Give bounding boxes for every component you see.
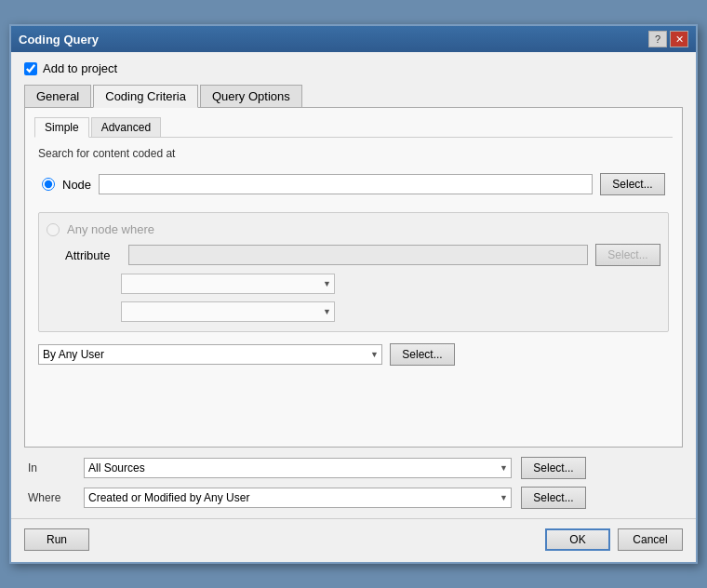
help-button[interactable]: ? xyxy=(648,31,667,47)
simple-tab-content: Search for content coded at Node Select.… xyxy=(34,147,673,437)
dropdown-select-2[interactable] xyxy=(121,301,335,322)
title-bar-buttons: ? ✕ xyxy=(648,31,688,47)
node-input[interactable] xyxy=(99,174,593,194)
attribute-label: Attribute xyxy=(65,248,121,262)
run-button[interactable]: Run xyxy=(24,528,89,551)
node-radio-row: Node Select... xyxy=(34,169,673,199)
cancel-button[interactable]: Cancel xyxy=(618,528,683,551)
attribute-row: Attribute Select... xyxy=(65,244,660,266)
inner-tabs: Simple Advanced xyxy=(34,117,673,138)
add-to-project-label: Add to project xyxy=(43,61,117,75)
dropdown-select-1[interactable] xyxy=(121,274,335,294)
any-node-radio[interactable] xyxy=(47,223,60,236)
add-to-project-row: Add to project xyxy=(24,61,683,75)
tab-coding-criteria[interactable]: Coding Criteria xyxy=(93,85,198,108)
dropdown-row-1 xyxy=(121,274,660,294)
coding-query-dialog: Coding Query ? ✕ Add to project General … xyxy=(9,24,698,564)
where-dropdown-wrapper: Created or Modified by Any User xyxy=(84,488,512,508)
bottom-section: In All Sources Select... Where Created o… xyxy=(24,457,683,509)
ok-button[interactable]: OK xyxy=(545,528,610,551)
outer-tabs: General Coding Criteria Query Options xyxy=(24,85,683,108)
footer-buttons: Run OK Cancel xyxy=(11,518,696,562)
attribute-select-button[interactable]: Select... xyxy=(595,244,660,266)
by-any-user-select[interactable]: By Any User xyxy=(38,344,382,365)
inner-content-panel: Simple Advanced Search for content coded… xyxy=(24,108,683,448)
where-label: Where xyxy=(28,491,74,504)
tab-query-options[interactable]: Query Options xyxy=(200,85,302,107)
node-label: Node xyxy=(62,178,91,192)
node-select-button[interactable]: Select... xyxy=(600,173,665,195)
by-any-user-select-button[interactable]: Select... xyxy=(390,343,455,366)
in-select-button[interactable]: Select... xyxy=(521,457,586,479)
title-bar: Coding Query ? ✕ xyxy=(11,26,696,52)
add-to-project-checkbox[interactable] xyxy=(24,62,37,75)
tab-advanced[interactable]: Advanced xyxy=(91,117,161,137)
node-radio[interactable] xyxy=(42,178,55,191)
dropdown-wrapper-1 xyxy=(121,274,335,294)
in-label: In xyxy=(28,461,74,474)
close-button[interactable]: ✕ xyxy=(670,31,688,47)
dropdown-row-2 xyxy=(121,301,660,322)
dropdown-wrapper-2 xyxy=(121,301,335,322)
by-any-user-row: By Any User Select... xyxy=(38,343,669,366)
by-any-user-wrapper: By Any User xyxy=(38,344,382,365)
any-node-section: Any node where Attribute Select... xyxy=(38,212,669,332)
footer-right-buttons: OK Cancel xyxy=(545,528,683,551)
in-row: In All Sources Select... xyxy=(28,457,679,479)
any-node-label: Any node where xyxy=(67,222,154,236)
where-select[interactable]: Created or Modified by Any User xyxy=(84,488,512,508)
any-node-radio-row: Any node where xyxy=(47,222,660,236)
in-dropdown-wrapper: All Sources xyxy=(84,458,512,478)
tab-simple[interactable]: Simple xyxy=(34,117,89,138)
where-select-button[interactable]: Select... xyxy=(521,487,586,509)
in-select[interactable]: All Sources xyxy=(84,458,512,478)
attribute-input[interactable] xyxy=(128,245,588,265)
where-row: Where Created or Modified by Any User Se… xyxy=(28,487,679,509)
dialog-body: Add to project General Coding Criteria Q… xyxy=(11,52,696,518)
tab-general[interactable]: General xyxy=(24,85,91,107)
dialog-title: Coding Query xyxy=(19,33,99,47)
search-label: Search for content coded at xyxy=(38,147,673,160)
